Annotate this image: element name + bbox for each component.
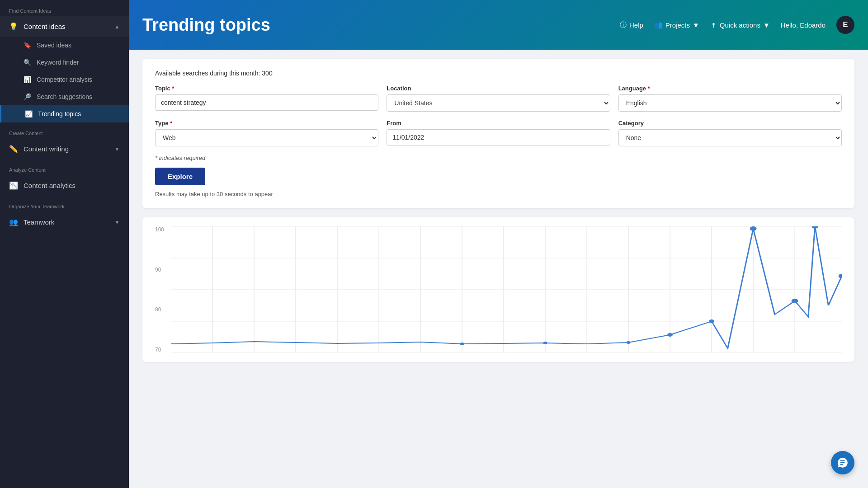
chart-y-labels: 100 90 80 70 bbox=[155, 226, 169, 353]
avatar-letter: E bbox=[843, 20, 848, 29]
form-row-top: Topic * Location United States United Ki… bbox=[155, 85, 842, 112]
sidebar-item-label: Content ideas bbox=[24, 23, 66, 30]
magnify-icon: 🔎 bbox=[24, 93, 31, 100]
projects-label: Projects bbox=[665, 21, 690, 29]
page-title: Trending topics bbox=[142, 15, 611, 35]
topic-input[interactable] bbox=[155, 94, 378, 111]
type-group: Type * Web News Images Shopping bbox=[155, 120, 378, 146]
team-icon: 👥 bbox=[9, 218, 18, 226]
projects-button[interactable]: 👥 Projects ▼ bbox=[654, 21, 699, 29]
svg-point-27 bbox=[543, 342, 547, 344]
create-content-section-label: Create Content bbox=[0, 122, 129, 139]
analytics-icon: 📉 bbox=[9, 181, 18, 190]
chat-bubble-button[interactable] bbox=[831, 451, 854, 474]
sidebar-item-content-analytics[interactable]: 📉 Content analytics bbox=[0, 175, 129, 196]
type-required: * bbox=[170, 120, 172, 127]
projects-icon: 👥 bbox=[654, 21, 663, 29]
greeting-text: Hello, Edoardo bbox=[781, 21, 826, 29]
explore-button[interactable]: Explore bbox=[155, 168, 205, 185]
chart-svg bbox=[171, 226, 842, 353]
category-group: Category None Business Technology Health bbox=[618, 120, 842, 146]
y-label-70: 70 bbox=[155, 347, 169, 353]
sidebar-sub-label: Saved ideas bbox=[37, 42, 71, 49]
chart-card: 100 90 80 70 bbox=[142, 217, 854, 362]
content-area: Available searches during this month: 30… bbox=[129, 50, 868, 488]
chat-icon bbox=[837, 457, 849, 469]
location-label: Location bbox=[387, 85, 610, 92]
bookmark-icon: 🔖 bbox=[24, 42, 31, 49]
sidebar-item-competitor-analysis[interactable]: 📊 Competitor analysis bbox=[0, 71, 129, 88]
sidebar: Find Content Ideas 💡 Content ideas ▲ 🔖 S… bbox=[0, 0, 129, 488]
sidebar-item-content-ideas[interactable]: 💡 Content ideas ▲ bbox=[0, 16, 129, 37]
sidebar-item-label: Content writing bbox=[24, 145, 69, 153]
quick-actions-button[interactable]: 🖈 Quick actions ▼ bbox=[710, 21, 770, 29]
type-select[interactable]: Web News Images Shopping bbox=[155, 129, 378, 146]
search-icon: 🔍 bbox=[24, 59, 31, 66]
sidebar-item-keyword-finder[interactable]: 🔍 Keyword finder bbox=[0, 54, 129, 71]
results-note: Results may take up to 30 seconds to app… bbox=[155, 191, 842, 197]
main: Trending topics ⓘ Help 👥 Projects ▼ 🖈 Qu… bbox=[129, 0, 868, 488]
greeting-label: Hello, Edoardo bbox=[781, 21, 826, 29]
svg-point-26 bbox=[460, 343, 464, 345]
available-searches-text: Available searches during this month: 30… bbox=[155, 70, 842, 77]
svg-point-20 bbox=[750, 226, 757, 231]
y-label-90: 90 bbox=[155, 267, 169, 273]
help-icon: ⓘ bbox=[620, 21, 627, 29]
sidebar-item-search-suggestions[interactable]: 🔎 Search suggestions bbox=[0, 88, 129, 105]
sidebar-sub-label: Trending topics bbox=[38, 110, 81, 117]
sidebar-item-trending-topics[interactable]: 📈 Trending topics bbox=[0, 105, 129, 122]
chevron-down-icon: ▼ bbox=[114, 146, 120, 152]
type-label: Type * bbox=[155, 120, 378, 127]
avatar[interactable]: E bbox=[836, 16, 854, 34]
find-content-section-label: Find Content Ideas bbox=[0, 0, 129, 16]
form-row-bottom: Type * Web News Images Shopping From Cat bbox=[155, 120, 842, 146]
sidebar-item-label: Content analytics bbox=[24, 182, 75, 189]
help-label: Help bbox=[629, 21, 643, 29]
topic-required: * bbox=[172, 85, 174, 92]
svg-point-25 bbox=[667, 333, 673, 337]
topic-label: Topic * bbox=[155, 85, 378, 92]
category-select[interactable]: None Business Technology Health bbox=[618, 129, 842, 146]
location-group: Location United States United Kingdom Ca… bbox=[387, 85, 610, 112]
chart-bar-icon: 📊 bbox=[24, 76, 31, 83]
cursor-icon: 🖈 bbox=[710, 21, 717, 29]
sidebar-item-content-writing[interactable]: ✏️ Content writing ▼ bbox=[0, 139, 129, 159]
analyze-content-section-label: Analyze Content bbox=[0, 159, 129, 175]
svg-point-28 bbox=[627, 341, 631, 344]
sidebar-item-teamwork[interactable]: 👥 Teamwork ▼ bbox=[0, 212, 129, 232]
from-label: From bbox=[387, 120, 610, 127]
pen-icon: ✏️ bbox=[9, 145, 18, 153]
quick-actions-label: Quick actions bbox=[720, 21, 760, 29]
language-group: Language * English Spanish French German bbox=[618, 85, 842, 112]
from-input[interactable] bbox=[387, 129, 610, 145]
location-select[interactable]: United States United Kingdom Canada Aust… bbox=[387, 94, 610, 112]
chevron-up-icon: ▲ bbox=[114, 23, 120, 30]
topic-group: Topic * bbox=[155, 85, 378, 112]
sidebar-sub-label: Search suggestions bbox=[37, 93, 92, 100]
y-label-100: 100 bbox=[155, 226, 169, 233]
language-required: * bbox=[648, 85, 650, 92]
help-button[interactable]: ⓘ Help bbox=[620, 21, 643, 29]
language-select[interactable]: English Spanish French German bbox=[618, 94, 842, 112]
svg-point-22 bbox=[811, 226, 818, 229]
required-note: * indicates required bbox=[155, 155, 842, 161]
trending-icon: 📈 bbox=[25, 110, 33, 117]
organize-section-label: Organize Your Teamwork bbox=[0, 196, 129, 212]
chevron-down-icon: ▼ bbox=[114, 219, 120, 225]
language-label: Language * bbox=[618, 85, 842, 92]
sidebar-item-saved-ideas[interactable]: 🔖 Saved ideas bbox=[0, 37, 129, 54]
chart-plot bbox=[171, 226, 842, 353]
header: Trending topics ⓘ Help 👥 Projects ▼ 🖈 Qu… bbox=[129, 0, 868, 50]
y-label-80: 80 bbox=[155, 306, 169, 313]
sidebar-item-label: Teamwork bbox=[24, 218, 54, 226]
projects-chevron-icon: ▼ bbox=[693, 21, 699, 29]
svg-point-24 bbox=[709, 319, 714, 323]
category-label: Category bbox=[618, 120, 842, 127]
from-group: From bbox=[387, 120, 610, 146]
quick-actions-chevron-icon: ▼ bbox=[763, 21, 770, 29]
lightbulb-icon: 💡 bbox=[9, 22, 18, 31]
sidebar-sub-label: Competitor analysis bbox=[37, 76, 92, 83]
search-form-card: Available searches during this month: 30… bbox=[142, 59, 854, 208]
svg-point-21 bbox=[792, 299, 798, 303]
chart-area: 100 90 80 70 bbox=[155, 226, 842, 353]
